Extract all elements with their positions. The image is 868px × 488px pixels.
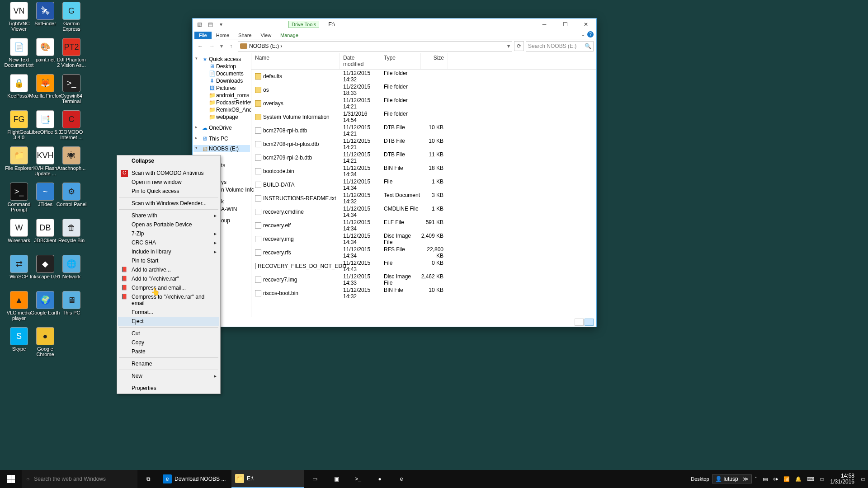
start-button[interactable]	[0, 470, 22, 488]
desktop-icon[interactable]: GGarmin Express	[54, 2, 89, 32]
taskbar-pinned-app[interactable]: ●	[369, 470, 391, 488]
minimize-button[interactable]: ─	[534, 19, 555, 30]
qat-dropdown[interactable]: ▾	[217, 20, 225, 28]
nav-item-fragment[interactable]: ts	[221, 162, 225, 169]
menu-item[interactable]: 7-Zip▸	[118, 229, 219, 238]
nav-item-fragment[interactable]: ys	[221, 179, 226, 185]
nav-item-fragment[interactable]: A-WIN	[221, 206, 237, 212]
nav-forward-button[interactable]: →	[207, 41, 217, 51]
tray-icon[interactable]: 🖴	[760, 476, 770, 482]
task-view-button[interactable]: ⧉	[137, 470, 159, 488]
menu-item[interactable]: CScan with COMODO Antivirus	[118, 169, 219, 178]
desktop-icon[interactable]: PT2DJI Phantom 2 Vision As...	[54, 38, 89, 68]
nav-quick-item[interactable]: 📁PodcastRetriever	[193, 99, 250, 106]
nav-drive-selected[interactable]: ▾▧NOOBS (E:)	[193, 145, 250, 152]
refresh-button[interactable]: ⟳	[514, 41, 524, 51]
menu-item[interactable]: 📕Add to "Archive.rar"	[118, 274, 219, 283]
file-row[interactable]: bootcode.bin11/12/2015 14:34BIN File18 K…	[251, 164, 596, 178]
desktop-icon[interactable]: 🌐Network	[54, 255, 89, 279]
menu-item[interactable]: Share with▸	[118, 211, 219, 220]
show-desktop-label[interactable]: Desktop	[688, 476, 712, 482]
file-row[interactable]: recovery7.img11/12/2015 14:33Disc Image …	[251, 273, 596, 286]
desktop-icon[interactable]: ●Google Chrome	[28, 327, 62, 357]
file-row[interactable]: RECOVERY_FILES_DO_NOT_EDIT11/12/2015 14:…	[251, 259, 596, 273]
col-type[interactable]: Type	[380, 53, 421, 69]
view-icons-button[interactable]	[585, 319, 594, 326]
tray-icon[interactable]: 🕪	[770, 476, 781, 482]
maximize-button[interactable]: ☐	[555, 19, 576, 30]
desktop-icon[interactable]: 🕷Arachnoph...	[54, 146, 89, 171]
nav-this-pc[interactable]: ▸🖥This PC	[193, 135, 250, 142]
notifications-button[interactable]: ▭	[858, 476, 868, 482]
ribbon-expand-icon[interactable]: ⌄	[581, 31, 585, 38]
file-row[interactable]: bcm2708-rpi-b.dtb11/12/2015 14:21DTB Fil…	[251, 124, 596, 137]
titlebar[interactable]: ▧ ▤ ▾ Drive Tools E:\ ─ ☐ ✕	[193, 19, 596, 30]
nav-recent-button[interactable]: ▾	[219, 41, 224, 51]
nav-quick-item[interactable]: 📁android_roms	[193, 92, 250, 99]
file-row[interactable]: recovery.img11/12/2015 14:34Disc Image F…	[251, 232, 596, 246]
col-name[interactable]: Name	[251, 53, 340, 69]
desktop-icon[interactable]: 🖥This PC	[54, 291, 89, 315]
menu-item[interactable]: Rename	[118, 359, 219, 368]
file-row[interactable]: INSTRUCTIONS-README.txt11/12/2015 14:32T…	[251, 192, 596, 205]
nav-item-fragment[interactable]: oup	[221, 217, 230, 224]
desktop-icon[interactable]: ⚙Control Panel	[54, 183, 89, 207]
tab-view[interactable]: View	[256, 32, 276, 39]
user-badge[interactable]: 👤lutusp≫	[712, 474, 752, 483]
app-icon[interactable]: ▧	[195, 20, 203, 28]
menu-item[interactable]: Copy	[118, 338, 219, 347]
file-row[interactable]: bcm2708-rpi-b-plus.dtb11/12/2015 14:21DT…	[251, 137, 596, 151]
column-headers[interactable]: Name Date modified Type Size	[251, 53, 596, 70]
close-button[interactable]: ✕	[576, 19, 596, 30]
nav-quick-item[interactable]: 🖥Desktop	[193, 63, 250, 70]
nav-back-button[interactable]: ←	[195, 41, 205, 51]
menu-item[interactable]: 📕Compress and email...	[118, 283, 219, 292]
tray-icon[interactable]: ˄	[752, 476, 760, 482]
nav-quick-item[interactable]: 📄Documents	[193, 70, 250, 77]
menu-item[interactable]: Collapse	[118, 156, 219, 165]
nav-quick-access[interactable]: ▾★Quick access	[193, 56, 250, 63]
file-row[interactable]: BUILD-DATA11/12/2015 14:34File1 KB	[251, 178, 596, 192]
menu-item[interactable]: Include in library▸	[118, 247, 219, 256]
nav-up-button[interactable]: ↑	[226, 41, 236, 51]
nav-quick-item[interactable]: 📁RemixOS_Android_f	[193, 106, 250, 113]
menu-item[interactable]: Pin to Start	[118, 256, 219, 265]
view-details-button[interactable]	[575, 319, 584, 326]
desktop-icon[interactable]: CCOMODO Internet ...	[54, 110, 89, 140]
qat-properties[interactable]: ▤	[206, 20, 214, 28]
taskbar-task[interactable]: 📁E:\	[231, 470, 304, 488]
taskbar-search[interactable]: ○ Search the web and Windows	[22, 470, 137, 488]
taskbar-task[interactable]: eDownload NOOBS ...	[159, 470, 231, 488]
tab-manage[interactable]: Manage	[276, 32, 303, 39]
clock[interactable]: 14:581/31/2016	[827, 473, 858, 485]
file-row[interactable]: recovery.cmdline11/12/2015 14:34CMDLINE …	[251, 205, 596, 219]
file-row[interactable]: riscos-boot.bin11/12/2015 14:32BIN File1…	[251, 286, 596, 300]
tab-file[interactable]: File	[194, 32, 212, 39]
tray-icon[interactable]: ⌨	[804, 476, 817, 482]
file-row[interactable]: bcm2709-rpi-2-b.dtb11/12/2015 14:21DTB F…	[251, 151, 596, 164]
taskbar-pinned-app[interactable]: >_	[347, 470, 369, 488]
tab-share[interactable]: Share	[234, 32, 256, 39]
nav-quick-item[interactable]: 🖼Pictures	[193, 84, 250, 92]
nav-item-fragment[interactable]: n Volume Infc	[221, 187, 254, 193]
menu-item[interactable]: Paste	[118, 347, 219, 356]
col-date[interactable]: Date modified	[340, 53, 380, 69]
file-row[interactable]: System Volume Information1/31/2016 14:54…	[251, 110, 596, 124]
file-row[interactable]: os11/22/2015 18:33File folder	[251, 83, 596, 97]
nav-onedrive[interactable]: ▸☁OneDrive	[193, 124, 250, 131]
menu-item[interactable]: Open as Portable Device	[118, 220, 219, 229]
address-dropdown-icon[interactable]: ▾	[507, 43, 510, 49]
file-row[interactable]: recovery.elf11/12/2015 14:34ELF File591 …	[251, 219, 596, 232]
help-icon[interactable]: ?	[587, 31, 594, 38]
tray-icon[interactable]: 📶	[781, 476, 793, 482]
menu-item[interactable]: 📕Compress to "Archive.rar" and email	[118, 292, 219, 308]
tray-icon[interactable]: 🔔	[793, 476, 804, 482]
taskbar-pinned-app[interactable]: ▣	[326, 470, 347, 488]
address-bar[interactable]: NOOBS (E:) › ▾	[238, 41, 512, 52]
search-input[interactable]: Search NOOBS (E:) 🔍	[526, 41, 594, 52]
desktop-icon[interactable]: 🗑Recycle Bin	[54, 219, 89, 243]
menu-item[interactable]: Format...	[118, 308, 219, 317]
col-size[interactable]: Size	[421, 53, 448, 69]
menu-item[interactable]: Eject	[118, 317, 219, 326]
menu-item[interactable]: New▸	[118, 371, 219, 380]
